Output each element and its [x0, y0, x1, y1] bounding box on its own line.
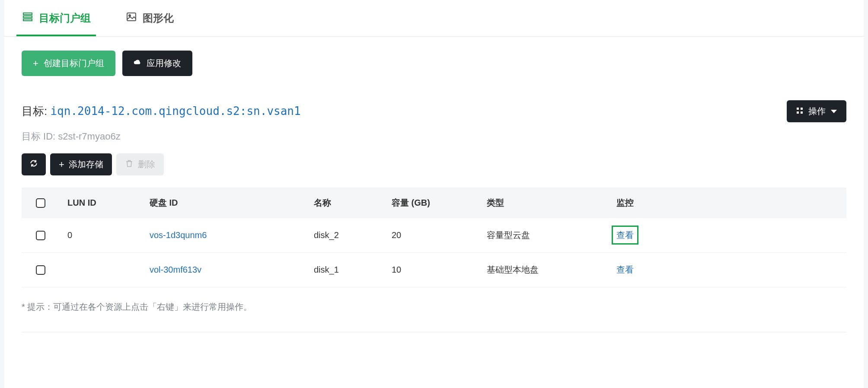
svg-rect-6: [801, 108, 803, 110]
cell-lun-id: 0: [60, 218, 142, 253]
add-storage-button[interactable]: + 添加存储: [50, 153, 112, 175]
cell-name: disk_1: [306, 253, 384, 287]
button-label: 应用修改: [147, 57, 181, 69]
image-icon: [125, 12, 137, 25]
tab-label: 图形化: [143, 11, 174, 25]
tab-visual[interactable]: 图形化: [120, 0, 179, 36]
cell-type: 容量型云盘: [479, 218, 609, 253]
delete-button: 删除: [116, 153, 164, 175]
svg-rect-1: [23, 16, 32, 18]
main-panel: 目标门户组 图形化 + 创建目标门户组 应用修改: [4, 0, 864, 388]
button-label: 添加存储: [69, 159, 103, 170]
button-label: 删除: [138, 159, 155, 170]
cell-capacity: 10: [384, 253, 479, 287]
target-iqn-link[interactable]: iqn.2014-12.com.qingcloud.s2:sn.vsan1: [50, 105, 300, 118]
row-checkbox[interactable]: [36, 265, 45, 275]
cell-type: 基础型本地盘: [479, 253, 609, 287]
header-capacity: 容量 (GB): [384, 188, 479, 218]
table-header-row: LUN ID 硬盘 ID 名称 容量 (GB) 类型 监控: [22, 188, 846, 218]
hint-text: * 提示：可通过在各个资源上点击「右键」来进行常用操作。: [22, 287, 846, 332]
target-title: 目标: iqn.2014-12.com.qingcloud.s2:sn.vsan…: [22, 104, 301, 119]
target-id: 目标 ID: s2st-r7myao6z: [22, 130, 846, 143]
header-name: 名称: [306, 188, 384, 218]
sub-toolbar: + 添加存储 删除: [22, 153, 846, 175]
create-target-group-button[interactable]: + 创建目标门户组: [22, 51, 115, 76]
row-checkbox[interactable]: [36, 231, 45, 240]
header-monitor: 监控: [609, 188, 846, 218]
svg-rect-2: [23, 19, 32, 21]
cloud-icon: [134, 58, 141, 68]
operations-dropdown[interactable]: 操作: [787, 100, 846, 122]
header-lun-id: LUN ID: [60, 188, 142, 218]
chevron-down-icon: [831, 110, 837, 113]
cell-name: disk_2: [306, 218, 384, 253]
apply-changes-button[interactable]: 应用修改: [122, 51, 192, 76]
tab-label: 目标门户组: [39, 11, 91, 25]
view-monitor-link[interactable]: 查看: [616, 265, 634, 274]
svg-rect-0: [23, 13, 32, 15]
plus-icon: +: [33, 59, 38, 68]
refresh-button[interactable]: [22, 153, 46, 175]
select-all-checkbox[interactable]: [36, 198, 45, 208]
content-area: + 创建目标门户组 应用修改 目标: iqn.2014-12.com.qingc…: [4, 37, 864, 332]
svg-point-4: [129, 15, 131, 16]
tab-target-group[interactable]: 目标门户组: [16, 0, 96, 36]
svg-rect-7: [797, 111, 799, 114]
plus-icon: +: [59, 160, 64, 169]
grid-icon: [796, 106, 803, 116]
disk-id-link[interactable]: vol-30mf613v: [150, 265, 201, 274]
target-header: 目标: iqn.2014-12.com.qingcloud.s2:sn.vsan…: [22, 100, 846, 122]
trash-icon: [125, 159, 134, 170]
svg-rect-8: [801, 111, 803, 114]
list-icon: [22, 12, 34, 25]
button-label: 操作: [808, 105, 826, 117]
header-type: 类型: [479, 188, 609, 218]
table-row: 0vos-1d3qunm6disk_220容量型云盘查看: [22, 218, 846, 253]
refresh-icon: [29, 159, 38, 170]
disk-id-link[interactable]: vos-1d3qunm6: [150, 230, 207, 240]
table-row: vol-30mf613vdisk_110基础型本地盘查看: [22, 253, 846, 287]
cell-lun-id: [60, 253, 142, 287]
svg-rect-5: [797, 108, 799, 110]
view-monitor-link[interactable]: 查看: [616, 230, 634, 240]
target-id-value: s2st-r7myao6z: [58, 131, 120, 142]
storage-table: LUN ID 硬盘 ID 名称 容量 (GB) 类型 监控 0vos-1d3qu…: [22, 188, 846, 287]
target-label: 目标:: [22, 105, 47, 118]
primary-toolbar: + 创建目标门户组 应用修改: [22, 51, 846, 76]
header-disk-id: 硬盘 ID: [142, 188, 306, 218]
target-id-label: 目标 ID:: [22, 131, 55, 142]
tab-bar: 目标门户组 图形化: [4, 0, 864, 37]
cell-capacity: 20: [384, 218, 479, 253]
button-label: 创建目标门户组: [44, 57, 104, 69]
